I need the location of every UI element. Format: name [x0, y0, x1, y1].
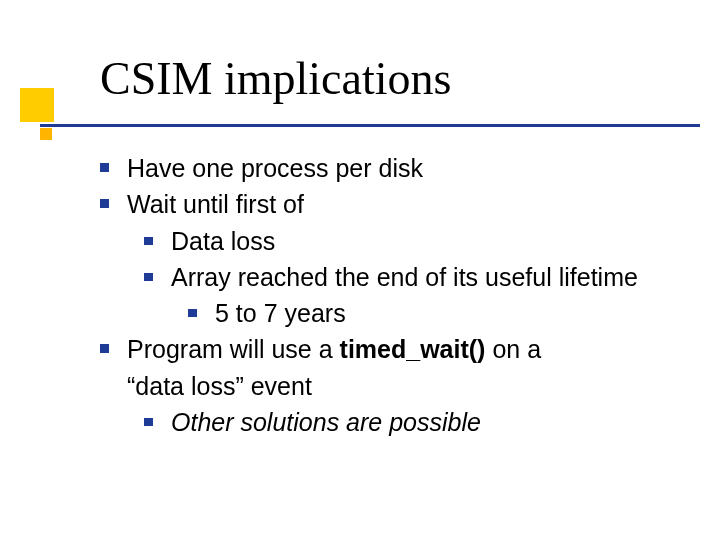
bullet-level2: Data loss: [100, 223, 690, 259]
text-fragment: event: [244, 372, 312, 400]
text-fragment: on a: [485, 335, 541, 363]
bullet-text: Array reached the end of its useful life…: [171, 259, 690, 295]
square-bullet-icon: [100, 199, 109, 208]
title-accent-small: [40, 128, 52, 140]
text-fragment: Program will use a: [127, 335, 340, 363]
title-underline: [40, 124, 700, 127]
bullet-level1: Program will use a timed_wait() on a “da…: [100, 331, 690, 404]
slide-body: Have one process per disk Wait until fir…: [100, 150, 690, 440]
bullet-level3: 5 to 7 years: [100, 295, 690, 331]
title-accent-block: [20, 88, 54, 122]
code-name: timed_wait(): [340, 335, 486, 363]
square-bullet-icon: [144, 237, 153, 245]
bullet-text: Wait until first of: [127, 186, 690, 222]
square-bullet-icon: [100, 344, 109, 353]
bullet-text: Program will use a timed_wait() on a “da…: [127, 331, 690, 404]
bullet-level2: Array reached the end of its useful life…: [100, 259, 690, 295]
square-bullet-icon: [144, 273, 153, 281]
square-bullet-icon: [100, 163, 109, 172]
bullet-level1: Wait until first of: [100, 186, 690, 222]
slide-title: CSIM implications: [100, 52, 451, 105]
bullet-level1: Have one process per disk: [100, 150, 690, 186]
bullet-text-italic: Other solutions are possible: [171, 404, 690, 440]
slide: CSIM implications Have one process per d…: [0, 0, 720, 540]
bullet-text: 5 to 7 years: [215, 295, 690, 331]
square-bullet-icon: [144, 418, 153, 426]
bullet-text: Data loss: [171, 223, 690, 259]
bullet-level2: Other solutions are possible: [100, 404, 690, 440]
bullet-text: Have one process per disk: [127, 150, 690, 186]
text-fragment: “data loss”: [127, 372, 244, 400]
square-bullet-icon: [188, 309, 197, 317]
